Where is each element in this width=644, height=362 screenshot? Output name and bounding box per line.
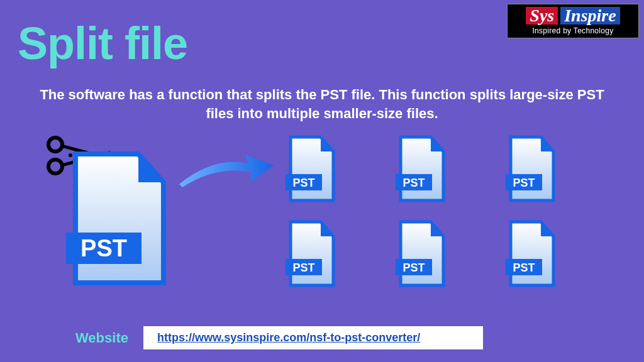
logo-text: Sys Inspire bbox=[509, 6, 637, 25]
svg-point-0 bbox=[48, 138, 62, 151]
split-illustration: PST PST PST PST PST PST PST bbox=[44, 132, 606, 308]
small-pst-file-icon: PST bbox=[503, 220, 560, 289]
svg-text:PST: PST bbox=[292, 261, 314, 274]
small-pst-file-icon: PST bbox=[393, 135, 450, 204]
svg-text:PST: PST bbox=[80, 235, 127, 261]
logo-tagline: Inspired by Technology bbox=[509, 25, 637, 36]
logo-part-sys: Sys bbox=[526, 7, 558, 25]
small-files-grid: PST PST PST PST PST PST bbox=[283, 135, 560, 289]
svg-text:PST: PST bbox=[292, 177, 314, 189]
website-url-link[interactable]: https://www.sysinspire.com/nsf-to-pst-co… bbox=[143, 326, 483, 349]
small-pst-file-icon: PST bbox=[393, 220, 450, 289]
website-label: Website bbox=[75, 330, 128, 346]
svg-text:PST: PST bbox=[513, 261, 535, 274]
brand-logo: Sys Inspire Inspired by Technology bbox=[507, 4, 639, 38]
svg-text:PST: PST bbox=[402, 261, 425, 274]
svg-text:PST: PST bbox=[402, 177, 425, 189]
logo-part-inspire: Inspire bbox=[560, 7, 619, 25]
description-text: The software has a function that splits … bbox=[25, 85, 619, 123]
svg-point-1 bbox=[48, 160, 62, 173]
large-pst-file-icon: PST bbox=[63, 151, 176, 289]
arrow-icon bbox=[176, 150, 277, 194]
page-title: Split file bbox=[18, 18, 187, 69]
footer: Website https://www.sysinspire.com/nsf-t… bbox=[75, 326, 483, 349]
small-pst-file-icon: PST bbox=[503, 135, 560, 204]
small-pst-file-icon: PST bbox=[283, 220, 340, 289]
svg-text:PST: PST bbox=[513, 177, 535, 189]
small-pst-file-icon: PST bbox=[283, 135, 340, 204]
